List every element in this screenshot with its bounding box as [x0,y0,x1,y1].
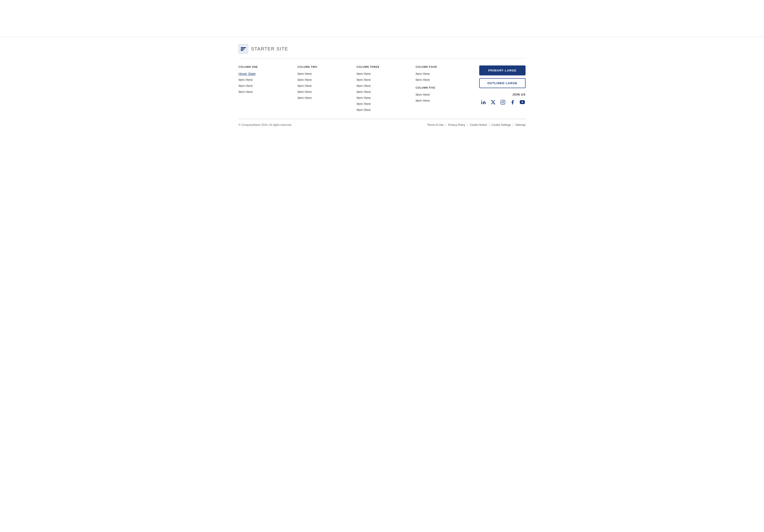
col-one-header: COLUMN ONE [239,66,293,68]
logo-row: STARTER SITE [239,37,525,58]
sep-1: | [446,123,446,127]
instagram-icon[interactable] [499,99,506,105]
cookie-notice-link[interactable]: Cookie Notice [470,123,487,127]
col-one-item-2[interactable]: Item Here [239,84,293,88]
svg-point-5 [502,101,503,103]
privacy-link[interactable]: Privacy Policy [448,123,465,127]
sep-3: | [489,123,490,127]
col-two-item-3[interactable]: Item Here [297,90,352,94]
col-three-item-5[interactable]: Item Here [356,102,411,106]
column-two: COLUMN TWO Item Here Item Here Item Here… [297,66,356,114]
col-three-item-1[interactable]: Item Here [356,78,411,82]
column-four-five: COLUMN FOUR Item Here Item Here COLUMN F… [416,66,475,114]
col-one-item-hover[interactable]: Hover State [239,72,293,75]
logo-bold: STARTER [251,46,275,51]
col-three-header: COLUMN THREE [356,66,411,68]
col-two-item-4[interactable]: Item Here [297,96,352,100]
col-four-header: COLUMN FOUR [416,66,470,68]
col-five-item-1[interactable]: Item Here [416,99,470,102]
col-five-header: COLUMN FIVE [416,86,470,89]
terms-link[interactable]: Terms of Use [427,123,444,127]
join-us-label: JOIN US [475,93,525,96]
social-icons-row [480,99,525,105]
youtube-icon[interactable] [519,99,525,105]
svg-point-6 [504,101,504,101]
sitemap-link[interactable]: Sitemap [515,123,525,127]
outlined-large-button[interactable]: OUTLINED LARGE [479,78,525,88]
footer-bottom: © CompanyName 2024. All rights reserved.… [239,119,525,131]
copyright-text: © CompanyName 2024. All rights reserved. [239,123,292,127]
svg-point-3 [481,100,482,101]
svg-rect-0 [241,47,246,48]
col-three-item-6[interactable]: Item Here [356,108,411,112]
x-twitter-icon[interactable] [490,99,496,105]
col-three-item-2[interactable]: Item Here [356,84,411,88]
col-four-item-1[interactable]: Item Here [416,78,470,82]
column-six: PRIMARY LARGE OUTLINED LARGE JOIN US [475,66,525,114]
col-two-header: COLUMN TWO [297,66,352,68]
col-three-item-0[interactable]: Item Here [356,72,411,75]
col-two-item-1[interactable]: Item Here [297,78,352,82]
column-one: COLUMN ONE Hover State Item Here Item He… [239,66,297,114]
col-two-item-2[interactable]: Item Here [297,84,352,88]
logo-icon [239,44,248,54]
sep-2: | [467,123,468,127]
cookie-settings-link[interactable]: Cookie Settings [491,123,511,127]
col-two-item-0[interactable]: Item Here [297,72,352,75]
col-one-item-3[interactable]: Item Here [239,90,293,94]
col-three-item-4[interactable]: Item Here [356,96,411,100]
svg-rect-2 [241,50,243,51]
primary-large-button[interactable]: PRIMARY LARGE [479,66,525,75]
logo-text: STARTER SITE [251,46,288,52]
col-five-item-0[interactable]: Item Here [416,93,470,96]
col-one-item-1[interactable]: Item Here [239,78,293,82]
svg-rect-1 [241,49,245,50]
sep-4: | [513,123,513,127]
col-four-item-0[interactable]: Item Here [416,72,470,75]
columns-row: COLUMN ONE Hover State Item Here Item He… [239,59,525,119]
facebook-icon[interactable] [509,99,516,105]
linkedin-icon[interactable] [480,99,486,105]
col-three-item-3[interactable]: Item Here [356,90,411,94]
svg-rect-4 [501,100,505,104]
logo-light: SITE [277,46,288,51]
footer-links: Terms of Use | Privacy Policy | Cookie N… [427,123,525,127]
column-three: COLUMN THREE Item Here Item Here Item He… [356,66,416,114]
